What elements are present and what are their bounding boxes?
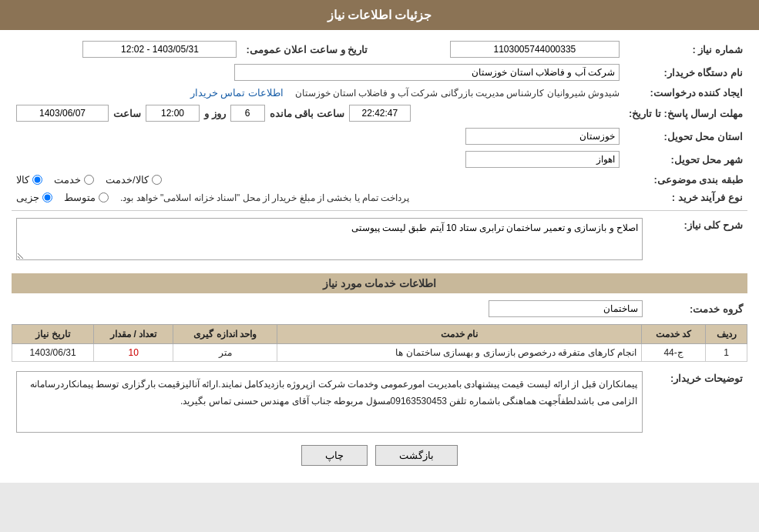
category-khedmat-label: خدمت (54, 174, 81, 186)
th-date: تاریخ نیاز (12, 325, 94, 344)
city-value (12, 148, 624, 171)
need-desc-value: اصلاح و بازسازی و تعمیر ساختمان ترابری س… (12, 215, 647, 266)
buyer-name-value (12, 61, 624, 84)
print-button[interactable]: چاپ (301, 445, 368, 466)
cell-row: 1 (706, 344, 747, 362)
buyer-notes-table: توضیحات خریدار: پیمانکاران قبل از ارائه … (12, 368, 747, 436)
category-both-item: کالا/خدمت (106, 174, 162, 186)
info-table: شماره نیاز : تاریخ و ساعت اعلان عمومی: ن… (12, 38, 747, 206)
purchase-mota-item: متوسط (64, 192, 109, 203)
services-section-title: اطلاعات خدمات مورد نیاز (12, 273, 747, 293)
response-days-input[interactable] (230, 105, 265, 122)
service-group-value (12, 297, 647, 320)
response-remaining-label: ساعت باقی مانده (270, 108, 344, 119)
table-row: 1 ج-44 انجام کارهای متفرقه درخصوص بازساز… (12, 344, 747, 362)
th-quantity: تعداد / مقدار (94, 325, 173, 344)
th-row: ردیف (706, 325, 747, 344)
service-group-label: گروه خدمت: (647, 297, 747, 320)
response-deadline-row: ساعت روز و ساعت باقی مانده (12, 102, 624, 125)
button-row: بازگشت چاپ (12, 445, 747, 466)
back-button[interactable]: بازگشت (375, 445, 458, 466)
response-deadline-label: مهلت ارسال پاسخ: تا تاریخ: (624, 102, 747, 125)
purchase-type-options: جزیی متوسط پرداخت تمام یا بخشی از مبلغ خ… (12, 189, 624, 206)
buyer-notes-label: توضیحات خریدار: (647, 368, 747, 436)
category-kala-radio[interactable] (32, 175, 42, 185)
category-kala-label: کالا (16, 174, 29, 186)
cell-code: ج-44 (641, 344, 705, 362)
purchase-jozi-label: جزیی (16, 192, 39, 203)
cell-date: 1403/06/31 (12, 344, 94, 362)
purchase-type-label: نوع فرآیند خرید : (624, 189, 747, 206)
cell-unit: متر (173, 344, 277, 362)
purchase-mota-radio[interactable] (99, 192, 109, 202)
purchase-note: پرداخت تمام یا بخشی از مبلغ خریدار از مح… (120, 192, 409, 203)
response-remaining-input[interactable] (349, 105, 411, 122)
need-number-input[interactable] (450, 41, 620, 58)
buyer-notes-text: پیمانکاران قبل از ارائه لیست قیمت پیشنها… (16, 371, 643, 433)
response-day-label: روز و (204, 108, 226, 119)
th-code: کد خدمت (641, 325, 705, 344)
city-input[interactable] (465, 151, 620, 168)
buyer-name-label: نام دستگاه خریدار: (624, 61, 747, 84)
creator-label: ایجاد کننده درخواست: (624, 84, 747, 102)
purchase-mota-label: متوسط (64, 192, 96, 203)
province-input[interactable] (465, 128, 620, 145)
th-unit: واحد اندازه گیری (173, 325, 277, 344)
cell-name: انجام کارهای متفرقه درخصوص بازسازی و بهس… (277, 344, 641, 362)
purchase-jozi-item: جزیی (16, 192, 52, 203)
services-table: ردیف کد خدمت نام خدمت واحد اندازه گیری ت… (12, 324, 747, 362)
purchase-jozi-radio[interactable] (42, 192, 52, 202)
category-options: کالا خدمت کالا/خدمت (12, 171, 624, 189)
date-label: تاریخ و ساعت اعلان عمومی: (241, 38, 372, 61)
province-label: استان محل تحویل: (624, 125, 747, 148)
category-khedmat-item: خدمت (54, 174, 94, 186)
buyer-name-input[interactable] (234, 64, 620, 81)
need-desc-table: شرح کلی نیاز: اصلاح و بازسازی و تعمیر سا… (12, 215, 747, 266)
category-khedmat-radio[interactable] (84, 175, 94, 185)
response-time-label: ساعت (113, 108, 141, 119)
page-header: جزئیات اطلاعات نیاز (0, 0, 759, 30)
category-both-radio[interactable] (152, 175, 162, 185)
contact-link[interactable]: اطلاعات تماس خریدار (190, 87, 284, 99)
need-desc-textarea[interactable]: اصلاح و بازسازی و تعمیر ساختمان ترابری س… (16, 218, 643, 260)
page-title: جزئیات اطلاعات نیاز (327, 8, 432, 22)
need-number-value (372, 38, 624, 61)
category-kala-item: کالا (16, 174, 42, 186)
th-name: نام خدمت (277, 325, 641, 344)
category-both-label: کالا/خدمت (106, 174, 149, 186)
response-date-input[interactable] (16, 105, 109, 122)
service-group-table: گروه خدمت: (12, 297, 747, 320)
province-value (12, 125, 624, 148)
response-time-input[interactable] (146, 105, 200, 122)
buyer-notes-value: پیمانکاران قبل از ارائه لیست قیمت پیشنها… (12, 368, 647, 436)
category-label: طبقه بندی موضوعی: (624, 171, 747, 189)
date-value (12, 38, 241, 61)
creator-value: شیدوش شیروانیان کارشناس مدیریت بازرگانی … (12, 84, 624, 102)
service-group-input[interactable] (489, 300, 643, 317)
cell-quantity: 10 (94, 344, 173, 362)
date-input[interactable] (82, 41, 237, 58)
need-number-label: شماره نیاز : (624, 38, 747, 61)
need-desc-label: شرح کلی نیاز: (647, 215, 747, 266)
city-label: شهر محل تحویل: (624, 148, 747, 171)
creator-text: شیدوش شیروانیان کارشناس مدیریت بازرگانی … (295, 88, 620, 99)
